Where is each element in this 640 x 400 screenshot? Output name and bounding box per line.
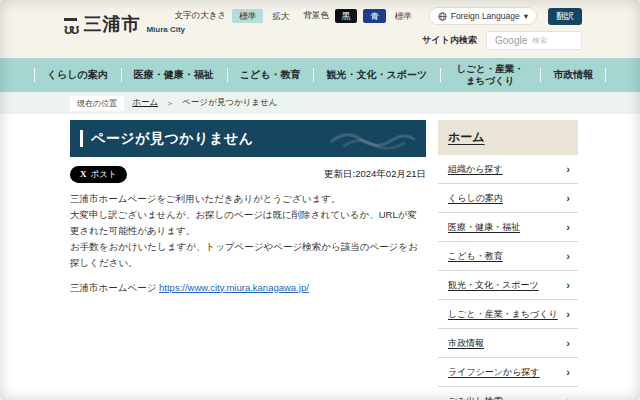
- chevron-right-icon: ›: [566, 309, 570, 320]
- nav-item-kodomo[interactable]: こども・教育: [227, 58, 314, 92]
- meta-row: X ポスト 更新日:2024年02月21日: [70, 166, 426, 183]
- nav-item-iryo[interactable]: 医療・健康・福祉: [121, 58, 227, 92]
- bg-color-label: 背景色: [303, 10, 329, 22]
- title-accent-bar: [80, 130, 83, 147]
- chevron-right-icon: ›: [566, 193, 570, 204]
- google-brand: Google: [495, 35, 527, 46]
- globe-icon: [438, 12, 447, 21]
- sidebar-item-label: 医療・健康・福祉: [448, 221, 520, 234]
- miura-city-page: ʊʊ 三浦市 Miura City 文字の大きさ 標準 拡大 背景色 黒 青 標…: [0, 0, 640, 400]
- chevron-right-icon: ›: [566, 164, 570, 175]
- sidebar-item-soshiki[interactable]: 組織から探す ›: [438, 155, 578, 184]
- homepage-link[interactable]: https://www.city.miura.kanagawa.jp/: [159, 282, 309, 293]
- page-title-banner: ページが見つかりません: [70, 120, 426, 157]
- sidebar-item-shigoto[interactable]: しごと・産業・まちづくり ›: [438, 300, 578, 329]
- nav-item-shigoto[interactable]: しごと・産業・まちづくり: [440, 58, 540, 92]
- sidebar-item-label: 市政情報: [448, 337, 484, 350]
- sidebar-item-label: しごと・産業・まちづくり: [448, 308, 558, 321]
- homepage-link-row: 三浦市ホームページ https://www.city.miura.kanagaw…: [70, 282, 426, 295]
- translate-button[interactable]: 翻訳: [548, 8, 582, 25]
- chevron-right-icon: ›: [566, 222, 570, 233]
- sidebar-list: 組織から探す › くらしの案内 › 医療・健康・福祉 › こども・教育 › 観光…: [438, 155, 578, 400]
- bg-black-button[interactable]: 黒: [335, 9, 358, 24]
- breadcrumb-current: ページが見つかりません: [182, 97, 277, 109]
- chevron-right-icon: ›: [566, 367, 570, 378]
- site-header: ʊʊ 三浦市 Miura City 文字の大きさ 標準 拡大 背景色 黒 青 標…: [0, 0, 640, 58]
- sidebar-item-label: 組織から探す: [448, 163, 503, 176]
- breadcrumb-separator: ＞: [166, 98, 174, 109]
- content-area: ページが見つかりません X ポスト 更新日:2024年02月21日 三浦市ホーム…: [0, 114, 640, 400]
- nav-item-kurashi[interactable]: くらしの案内: [34, 58, 121, 92]
- x-post-button[interactable]: X ポスト: [70, 166, 127, 183]
- sidebar-item-iryo[interactable]: 医療・健康・福祉 ›: [438, 213, 578, 242]
- sidebar-item-gomi[interactable]: ごみ出し検索 ›: [438, 387, 578, 400]
- x-post-label: ポスト: [91, 169, 117, 179]
- site-logo[interactable]: ʊʊ 三浦市 Miura City: [64, 12, 185, 36]
- paragraph-3: お手数をおかけいたしますが、トップページやページ検索から該当のページをお探しくだ…: [70, 239, 426, 271]
- chevron-right-icon: ›: [566, 280, 570, 291]
- breadcrumb: 現在の位置 ホーム ＞ ページが見つかりません: [0, 92, 640, 114]
- sidebar-item-label: ごみ出し検索: [448, 395, 503, 400]
- sidebar-item-label: 観光・文化・スポーツ: [448, 279, 539, 292]
- chevron-right-icon: ›: [566, 338, 570, 349]
- breadcrumb-home-link[interactable]: ホーム: [132, 97, 158, 109]
- bg-blue-button[interactable]: 青: [363, 9, 386, 24]
- paragraph-1: 三浦市ホームページをご利用いただきありがとうございます。: [70, 191, 426, 207]
- sidebar: ホーム 組織から探す › くらしの案内 › 医療・健康・福祉 › こども・教育 …: [438, 120, 578, 400]
- font-size-label: 文字の大きさ: [175, 10, 227, 22]
- bg-standard-button[interactable]: 標準: [392, 9, 415, 24]
- homepage-label: 三浦市ホームページ: [70, 282, 156, 293]
- miura-crest-icon: ʊʊ: [64, 18, 77, 36]
- font-size-standard-button[interactable]: 標準: [232, 9, 263, 24]
- paragraph-2: 大変申し訳ございませんが、お探しのページは既に削除されているか、URLが変更され…: [70, 207, 426, 239]
- search-input[interactable]: Google 検索: [486, 31, 582, 50]
- sidebar-header: ホーム: [438, 120, 578, 155]
- site-subtitle: Miura City: [146, 25, 185, 36]
- page-title: ページが見つかりません: [91, 130, 253, 148]
- global-nav: くらしの案内 医療・健康・福祉 こども・教育 観光・文化・スポーツ しごと・産業…: [0, 58, 640, 92]
- breadcrumb-location-label: 現在の位置: [70, 96, 124, 111]
- chevron-right-icon: ›: [566, 396, 570, 400]
- body-text: 三浦市ホームページをご利用いただきありがとうございます。 大変申し訳ございません…: [70, 191, 426, 272]
- updated-date: 更新日:2024年02月21日: [324, 168, 426, 181]
- accessibility-controls: 文字の大きさ 標準 拡大 背景色 黒 青 標準 Foreign Language…: [175, 7, 582, 25]
- sidebar-item-kanko[interactable]: 観光・文化・スポーツ ›: [438, 271, 578, 300]
- site-search: サイト内検索 Google 検索: [422, 31, 582, 50]
- chevron-right-icon: ›: [566, 251, 570, 262]
- site-title: 三浦市: [83, 12, 140, 36]
- sidebar-item-label: ライフシーンから探す: [448, 366, 540, 379]
- x-logo-icon: X: [80, 169, 87, 180]
- chevron-down-icon: ▾: [524, 11, 528, 21]
- sidebar-item-label: くらしの案内: [448, 192, 503, 205]
- sidebar-home-link[interactable]: ホーム: [448, 129, 485, 146]
- sidebar-item-kodomo[interactable]: こども・教育 ›: [438, 242, 578, 271]
- foreign-language-dropdown[interactable]: Foreign Language ▾: [429, 7, 537, 25]
- wave-decoration-icon: [330, 127, 416, 151]
- nav-item-kanko[interactable]: 観光・文化・スポーツ: [313, 58, 440, 92]
- main-column: ページが見つかりません X ポスト 更新日:2024年02月21日 三浦市ホーム…: [70, 120, 426, 400]
- foreign-language-label: Foreign Language: [451, 11, 520, 21]
- sidebar-item-kurashi[interactable]: くらしの案内 ›: [438, 184, 578, 213]
- search-placeholder: 検索: [532, 36, 547, 46]
- sidebar-item-shisei[interactable]: 市政情報 ›: [438, 329, 578, 358]
- sidebar-item-label: こども・教育: [448, 250, 503, 263]
- site-search-label: サイト内検索: [422, 34, 477, 47]
- font-size-large-button[interactable]: 拡大: [269, 9, 292, 24]
- sidebar-item-lifescene[interactable]: ライフシーンから探す ›: [438, 358, 578, 387]
- nav-item-shisei[interactable]: 市政情報: [540, 58, 606, 92]
